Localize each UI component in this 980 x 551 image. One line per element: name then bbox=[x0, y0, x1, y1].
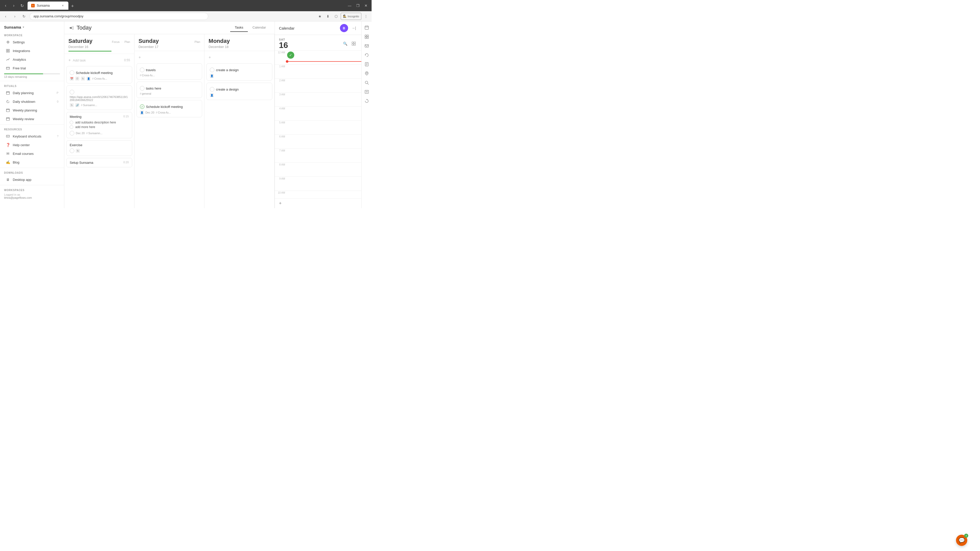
url-refresh-button[interactable]: ↻ bbox=[21, 13, 27, 20]
day-header-saturday: Saturday December 16 Focus · Plan bbox=[64, 34, 134, 54]
task-check-meeting[interactable] bbox=[70, 131, 74, 135]
window-controls: — ❐ ✕ bbox=[346, 2, 369, 9]
extensions-button[interactable]: ⬡ bbox=[332, 13, 340, 20]
downloads-section-label: DOWNLOADS bbox=[0, 169, 64, 175]
monday-add-task[interactable]: + bbox=[207, 54, 272, 61]
svg-rect-31 bbox=[365, 35, 366, 37]
right-sidebar-mail-btn[interactable] bbox=[363, 42, 371, 50]
collapse-panel-button[interactable]: →| bbox=[350, 24, 357, 32]
url-back-button[interactable]: ‹ bbox=[2, 13, 9, 20]
time-label-9am: 9 AM bbox=[275, 177, 287, 180]
saturday-plan[interactable]: Plan bbox=[124, 40, 130, 43]
url-forward-button[interactable]: › bbox=[11, 13, 18, 20]
task-create-design-2[interactable]: create a design 👤 bbox=[207, 83, 272, 100]
sidebar-item-desktop-app[interactable]: 🖥 Desktop app bbox=[2, 176, 62, 184]
active-tab[interactable]: S Sunsama × bbox=[27, 2, 68, 10]
right-sidebar-location-btn[interactable] bbox=[363, 69, 371, 78]
task-tag-1: #Cross-fu... bbox=[92, 77, 107, 80]
saturday-focus[interactable]: Focus bbox=[112, 40, 120, 43]
sidebar-item-weekly-review[interactable]: Weekly review bbox=[2, 115, 62, 123]
sidebar-item-keyboard-shortcuts[interactable]: Keyboard shortcuts ? bbox=[2, 132, 62, 140]
app: Sunsama ▾ WORKSPACE ⚙ Settings Integrati… bbox=[0, 21, 372, 208]
right-sidebar-list-btn[interactable] bbox=[363, 88, 371, 96]
url-input[interactable] bbox=[30, 13, 208, 20]
recur-icon-exercise: ↻ bbox=[76, 149, 80, 153]
task-tasks-here[interactable]: tasks here #general bbox=[137, 82, 202, 98]
task-title-meeting: Meeting bbox=[70, 115, 123, 119]
time-row-10am: 10 AM bbox=[275, 191, 361, 198]
task-setup-sunsama[interactable]: Setup Sunsama 0:20 bbox=[66, 158, 132, 167]
sidebar-item-analytics[interactable]: Analytics bbox=[2, 56, 62, 64]
time-content-5am bbox=[287, 121, 361, 135]
task-schedule-kickoff[interactable]: Schedule kickoff meeting 📅 ⏱ ↻ 👤 #Cross-… bbox=[66, 66, 132, 83]
right-sidebar-grid-btn[interactable] bbox=[363, 33, 371, 41]
minimize-button[interactable]: — bbox=[346, 2, 353, 9]
bookmark-button[interactable]: ★ bbox=[316, 13, 323, 20]
task-travels-header: travels bbox=[140, 66, 199, 72]
kickoff-sunday-tag-row: 👤 Dec 20 #Cross-fu... bbox=[140, 110, 199, 114]
right-sidebar-refresh-btn[interactable] bbox=[363, 97, 371, 105]
svg-rect-6 bbox=[6, 92, 10, 94]
sidebar-item-daily-shutdown[interactable]: Daily shutdown 0 bbox=[2, 97, 62, 106]
subtask-check-1[interactable] bbox=[70, 121, 73, 124]
task-check-kickoff-sunday[interactable]: ✓ bbox=[140, 104, 145, 109]
download-button[interactable]: ⬇ bbox=[325, 13, 331, 20]
task-exercise[interactable]: Exercise ↻ bbox=[66, 140, 132, 156]
sidebar-item-email-courses[interactable]: ✉ Email courses bbox=[2, 149, 62, 158]
right-sidebar-search-btn[interactable] bbox=[363, 79, 371, 87]
sidebar-item-blog[interactable]: ✍ Blog bbox=[2, 158, 62, 166]
time-row-12am: 12 AM ✓ bbox=[275, 50, 361, 64]
task-check-url[interactable] bbox=[70, 90, 74, 94]
calendar-icon-1: 📅 bbox=[70, 76, 74, 81]
toolbar-back-button[interactable]: ◄| bbox=[68, 25, 73, 30]
sunday-add-task[interactable]: + bbox=[137, 54, 202, 61]
sunday-add-plus: + bbox=[138, 55, 141, 60]
maximize-button[interactable]: ❐ bbox=[354, 2, 361, 9]
back-button[interactable]: ‹ bbox=[2, 2, 9, 9]
sidebar-item-daily-planning[interactable]: Daily planning P bbox=[2, 89, 62, 97]
right-sidebar-calendar-btn[interactable] bbox=[363, 24, 371, 32]
menu-button[interactable]: ⋮ bbox=[363, 13, 369, 20]
subtask-check-2[interactable] bbox=[70, 125, 73, 129]
tab-close-button[interactable]: × bbox=[61, 3, 65, 8]
refresh-button[interactable]: ↻ bbox=[18, 2, 25, 9]
task-check-design2[interactable] bbox=[210, 87, 215, 92]
task-check-exercise[interactable] bbox=[70, 148, 74, 153]
task-check-1[interactable] bbox=[70, 70, 74, 75]
task-title-design1: create a design bbox=[216, 68, 239, 72]
sidebar-item-free-trial[interactable]: Free trial bbox=[2, 64, 62, 72]
sidebar-item-settings[interactable]: ⚙ Settings bbox=[2, 38, 62, 46]
task-kickoff-sunday[interactable]: ✓ Schedule kickoff meeting 👤 Dec 20 #Cro… bbox=[137, 100, 202, 118]
grid-view-button[interactable] bbox=[350, 40, 357, 47]
forward-button[interactable]: › bbox=[10, 2, 18, 9]
svg-rect-0 bbox=[6, 49, 8, 51]
svg-rect-10 bbox=[6, 109, 10, 112]
monday-body: + create a design 👤 bbox=[204, 51, 274, 103]
zoom-in-button[interactable]: 🔍 bbox=[342, 40, 348, 47]
task-check-design1[interactable] bbox=[210, 68, 215, 72]
weekly-review-icon bbox=[6, 117, 10, 121]
tab-calendar[interactable]: Calendar bbox=[248, 24, 270, 32]
task-travels[interactable]: travels #Cross-fu... bbox=[137, 63, 202, 79]
task-check-travels[interactable] bbox=[140, 68, 145, 72]
saturday-add-task[interactable]: + Add task 0:55 bbox=[66, 56, 132, 64]
task-url[interactable]: https://app.asana.com/0/1206174676385119… bbox=[66, 86, 132, 110]
sidebar-item-help-center[interactable]: ❓ Help center bbox=[2, 141, 62, 149]
sunday-plan[interactable]: Plan bbox=[194, 40, 200, 43]
close-window-button[interactable]: ✕ bbox=[363, 2, 369, 9]
add-task-label: Add task bbox=[73, 59, 86, 62]
task-check-tasks-here[interactable] bbox=[140, 86, 145, 91]
sidebar-item-weekly-planning[interactable]: Weekly planning bbox=[2, 106, 62, 114]
workspaces-section-label: WORKSPACES bbox=[0, 186, 64, 192]
calendar-add-button[interactable]: + bbox=[279, 201, 282, 206]
user-email: bhea@pageflows.com bbox=[4, 196, 60, 199]
sidebar-item-integrations[interactable]: Integrations bbox=[2, 47, 62, 55]
time-label-1am: 1 AM bbox=[275, 65, 287, 68]
new-tab-button[interactable]: + bbox=[69, 3, 76, 10]
task-meeting[interactable]: Meeting 0:15 add subtasks description he… bbox=[66, 112, 132, 138]
right-sidebar-sync-btn[interactable] bbox=[363, 51, 371, 59]
tab-tasks[interactable]: Tasks bbox=[230, 24, 248, 32]
right-sidebar-note-btn[interactable] bbox=[363, 60, 371, 68]
task-create-design-1[interactable]: create a design 👤 bbox=[207, 63, 272, 81]
tab-bar: S Sunsama × + bbox=[27, 2, 344, 10]
